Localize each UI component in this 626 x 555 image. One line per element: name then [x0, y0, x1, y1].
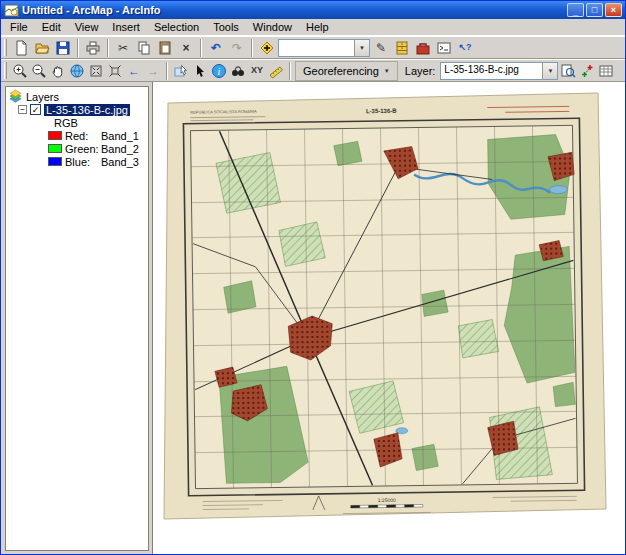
dataframe-title: Layers [26, 91, 59, 103]
band-row-blue[interactable]: Blue:Band_3 [8, 155, 146, 168]
maximize-button[interactable]: □ [586, 3, 603, 17]
open-button[interactable] [32, 38, 52, 58]
menu-view[interactable]: View [68, 20, 106, 34]
chevron-down-icon[interactable]: ▼ [354, 40, 369, 56]
add-control-points-button[interactable] [578, 61, 596, 81]
whats-this-icon: ↖? [458, 43, 471, 52]
green-band-label: Green: [65, 143, 101, 155]
select-features-button[interactable] [172, 61, 190, 81]
georeferencing-layer-combo[interactable]: L-35-136-B-c.jpg ▼ [440, 62, 558, 80]
paste-button[interactable] [155, 38, 175, 58]
toolbar-grip[interactable] [4, 62, 7, 79]
rgb-row[interactable]: RGB [8, 116, 146, 129]
georeferencing-menu-button[interactable]: Georeferencing ▼ [295, 61, 398, 81]
close-button[interactable]: × [605, 3, 622, 17]
measure-ruler-icon [268, 63, 284, 79]
whats-this-button[interactable]: ↖? [455, 38, 475, 58]
new-map-icon [13, 40, 29, 56]
zoom-out-icon [31, 63, 47, 79]
fixed-zoom-in-button[interactable] [87, 61, 105, 81]
menu-window[interactable]: Window [246, 20, 299, 34]
layer-label: Layer: [405, 65, 436, 77]
delete-button[interactable]: × [176, 38, 196, 58]
editor-pencil-icon: ✎ [376, 42, 386, 54]
map-scale-combo[interactable]: ▼ [278, 39, 370, 57]
layer-row[interactable]: − ✓ L-35-136-B-c.jpg [8, 103, 146, 116]
identify-button[interactable]: i [210, 61, 228, 81]
go-back-extent-button[interactable]: ← [125, 61, 143, 81]
viewer-button[interactable] [559, 61, 577, 81]
add-data-icon [259, 40, 275, 56]
rgb-label: RGB [54, 117, 78, 129]
add-data-button[interactable] [257, 38, 277, 58]
scanned-topo-map[interactable]: REPUBLICA SOCIALISTA ROMANIA L-35-136-B … [160, 89, 608, 525]
zoom-in-icon [12, 63, 28, 79]
select-features-icon [173, 63, 189, 79]
redo-icon: ↷ [232, 42, 242, 54]
pointer-arrow-icon [192, 63, 208, 79]
arctoolbox-button[interactable] [413, 38, 433, 58]
band-row-red[interactable]: Red:Band_1 [8, 129, 146, 142]
map-view-panel[interactable]: REPUBLICA SOCIALISTA ROMANIA L-35-136-B … [152, 82, 625, 554]
binoculars-icon [230, 63, 246, 79]
toolbar-grip[interactable] [4, 39, 7, 56]
fixed-zoom-out-button[interactable] [106, 61, 124, 81]
copy-button[interactable] [134, 38, 154, 58]
toc-panel: Layers − ✓ L-35-136-B-c.jpg RGB Red:Band… [1, 82, 152, 554]
command-line-button[interactable] [434, 38, 454, 58]
back-arrow-icon: ← [128, 65, 140, 77]
measure-button[interactable] [267, 61, 285, 81]
find-button[interactable] [229, 61, 247, 81]
zoom-in-button[interactable] [11, 61, 29, 81]
print-button[interactable] [83, 38, 103, 58]
arccatalog-icon [394, 40, 410, 56]
red-band-swatch [48, 131, 62, 140]
minimize-button[interactable]: _ [567, 3, 584, 17]
chevron-down-icon[interactable]: ▼ [542, 63, 557, 79]
dataframe-row[interactable]: Layers [8, 90, 146, 103]
cut-button[interactable]: ✂ [113, 38, 133, 58]
menu-tools[interactable]: Tools [206, 20, 246, 34]
undo-button[interactable]: ↶ [206, 38, 226, 58]
forward-arrow-icon: → [147, 65, 159, 77]
menu-selection[interactable]: Selection [147, 20, 206, 34]
menu-help[interactable]: Help [299, 20, 336, 34]
redo-button[interactable]: ↷ [227, 38, 247, 58]
menu-file[interactable]: File [3, 20, 35, 34]
save-button[interactable] [53, 38, 73, 58]
band-row-green[interactable]: Green:Band_2 [8, 142, 146, 155]
svg-text:i: i [218, 65, 221, 76]
arcmap-window: Untitled - ArcMap - ArcInfo _ □ × File E… [0, 0, 626, 555]
layer-visibility-checkbox[interactable]: ✓ [30, 104, 41, 115]
new-map-button[interactable] [11, 38, 31, 58]
xy-icon: XY [251, 66, 263, 75]
pan-hand-icon [50, 63, 66, 79]
go-to-xy-button[interactable]: XY [248, 61, 266, 81]
georeferencing-layer-value: L-35-136-B-c.jpg [441, 63, 542, 79]
toolbar-separator [107, 39, 109, 57]
go-forward-extent-button[interactable]: → [144, 61, 162, 81]
layer-name[interactable]: L-35-136-B-c.jpg [44, 104, 130, 116]
view-link-table-button[interactable] [597, 61, 615, 81]
toolbar-separator [200, 39, 202, 57]
tree-collapse-icon[interactable]: − [18, 105, 27, 114]
arccatalog-button[interactable] [392, 38, 412, 58]
cut-icon: ✂ [118, 42, 128, 54]
map-scale-text: 1:25000 [378, 497, 396, 503]
delete-icon: × [182, 42, 189, 54]
select-elements-button[interactable] [191, 61, 209, 81]
add-control-points-icon [579, 63, 595, 79]
georeferencing-label: Georeferencing [303, 65, 379, 77]
fixed-zoom-in-icon [88, 63, 104, 79]
title-bar[interactable]: Untitled - ArcMap - ArcInfo _ □ × [1, 1, 625, 19]
toolbar-separator [251, 39, 253, 57]
menu-edit[interactable]: Edit [35, 20, 68, 34]
zoom-out-button[interactable] [30, 61, 48, 81]
toolbar-separator [289, 62, 291, 80]
toolbar-separator [166, 62, 168, 80]
full-extent-button[interactable] [68, 61, 86, 81]
menu-insert[interactable]: Insert [105, 20, 147, 34]
editor-toolbar-button[interactable]: ✎ [371, 38, 391, 58]
pan-button[interactable] [49, 61, 67, 81]
table-of-contents[interactable]: Layers − ✓ L-35-136-B-c.jpg RGB Red:Band… [5, 86, 149, 551]
